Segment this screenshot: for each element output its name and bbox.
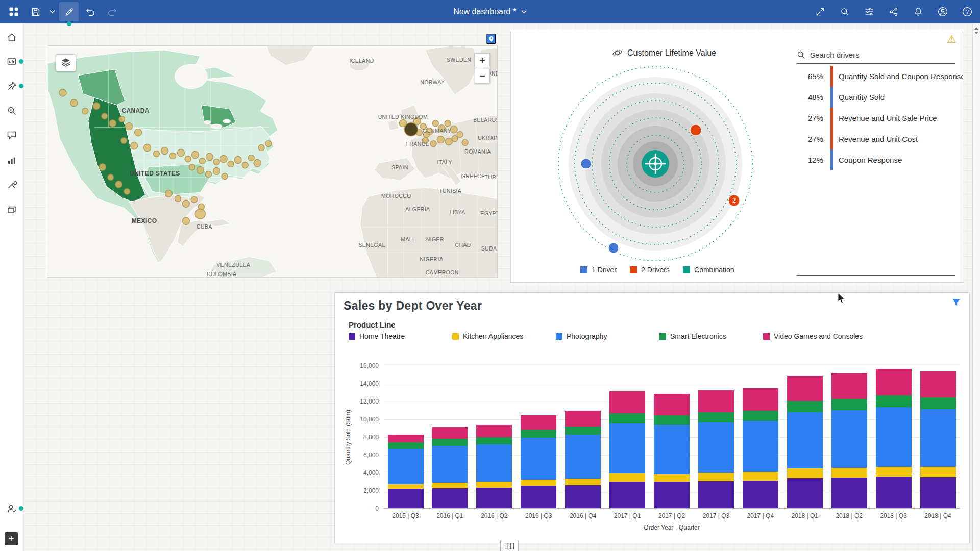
bar-segment[interactable] [609, 391, 645, 414]
stacked-bar[interactable] [920, 371, 956, 508]
driver-row[interactable]: 65%Quantity Sold and Coupon Response [797, 66, 955, 87]
stacked-bar[interactable] [831, 373, 867, 508]
bar-segment[interactable] [831, 399, 867, 411]
bar-segment[interactable] [565, 485, 601, 509]
bar-segment[interactable] [521, 480, 556, 486]
add-widget-button[interactable]: + [5, 532, 18, 545]
bar-segment[interactable] [876, 395, 912, 408]
driver-spiral-chart[interactable]: 2 [548, 57, 763, 271]
bar-segment[interactable] [876, 467, 912, 477]
stacked-bar[interactable] [698, 390, 734, 508]
bar-segment[interactable] [609, 473, 645, 482]
bar-segment[interactable] [876, 369, 912, 395]
bar-segment[interactable] [476, 437, 512, 444]
bar-segment[interactable] [609, 482, 645, 509]
bar-segment[interactable] [609, 423, 645, 473]
bar-segment[interactable] [787, 412, 823, 468]
dashboard-title-group[interactable]: New dashboard * [453, 0, 527, 23]
bar-segment[interactable] [565, 411, 601, 427]
scroll-up-arrow[interactable] [974, 27, 978, 30]
bar-segment[interactable] [743, 472, 778, 481]
bar-segment[interactable] [743, 388, 778, 411]
stacked-bar[interactable] [476, 425, 512, 508]
bar-segment[interactable] [521, 415, 556, 430]
chart-legend-item[interactable]: Smart Electronics [659, 332, 763, 340]
bar-segment[interactable] [388, 442, 424, 449]
bar-segment[interactable] [920, 371, 956, 397]
chart-legend-item[interactable]: Home Theatre [349, 332, 452, 340]
stacked-bar[interactable] [876, 369, 912, 508]
bar-segment[interactable] [388, 489, 424, 509]
sidebar-item-visualizations[interactable] [1, 152, 22, 170]
bar-segment[interactable] [476, 425, 512, 437]
bar-segment[interactable] [476, 482, 512, 487]
app-logo[interactable] [4, 2, 23, 21]
bar-segment[interactable] [920, 477, 956, 508]
bar-segment[interactable] [698, 412, 734, 422]
bar-segment[interactable] [609, 413, 645, 423]
bar-segment[interactable] [565, 435, 601, 479]
explore-button[interactable] [838, 2, 851, 21]
zoom-in-button[interactable]: + [475, 53, 490, 67]
fullscreen-button[interactable] [814, 2, 827, 21]
scroll-down-arrow[interactable] [974, 32, 978, 34]
bar-segment[interactable] [920, 409, 956, 467]
bar-segment[interactable] [876, 477, 912, 508]
driver-search-input[interactable] [810, 51, 922, 59]
bar-segment[interactable] [787, 478, 823, 509]
stacked-bar[interactable] [432, 427, 468, 508]
bar-segment[interactable] [388, 484, 424, 489]
bar-segment[interactable] [565, 427, 601, 435]
bar-segment[interactable] [432, 488, 468, 508]
driver-row[interactable]: 27%Revenue and Unit Cost [797, 129, 955, 149]
table-view-button[interactable] [500, 540, 519, 551]
bar-segment[interactable] [876, 407, 912, 466]
sidebar-item-zoom[interactable] [1, 102, 22, 120]
bar-segment[interactable] [654, 482, 690, 508]
sidebar-item-assistant[interactable] [1, 126, 22, 144]
bar-segment[interactable] [654, 425, 690, 474]
stacked-bar[interactable] [565, 411, 601, 508]
bar-segment[interactable] [654, 474, 690, 482]
chart-legend-item[interactable]: Photography [556, 332, 659, 340]
map-pin-badge[interactable] [486, 34, 496, 44]
bar-segment[interactable] [388, 435, 424, 442]
bar-segment[interactable] [698, 422, 734, 473]
stacked-bar[interactable] [609, 391, 645, 508]
bar-segment[interactable] [831, 373, 867, 399]
stacked-bar[interactable] [654, 394, 690, 508]
notifications-button[interactable] [912, 2, 925, 21]
bar-segment[interactable] [831, 468, 867, 477]
zoom-out-button[interactable]: − [475, 69, 490, 83]
bar-segment[interactable] [743, 481, 778, 508]
bar-segment[interactable] [432, 427, 468, 439]
sidebar-item-tools[interactable] [1, 176, 22, 194]
map-layers-button[interactable] [56, 54, 76, 71]
driver-row[interactable]: 12%Coupon Response [797, 149, 955, 170]
bar-segment[interactable] [787, 468, 823, 478]
bar-segment[interactable] [920, 397, 956, 409]
redo-button[interactable] [102, 2, 121, 21]
undo-button[interactable] [81, 2, 100, 21]
bar-segment[interactable] [654, 415, 690, 425]
bar-segment[interactable] [698, 473, 734, 481]
driver-row[interactable]: 27%Revenue and Unit Sale Price [797, 108, 955, 129]
bar-chart-widget[interactable]: Sales by Dept Over Year Product Line Hom… [334, 292, 970, 543]
driver-analysis-widget[interactable]: Customer Lifetime Value 2 1 D [510, 31, 963, 283]
save-button[interactable] [26, 2, 45, 21]
bar-segment[interactable] [831, 478, 867, 508]
bar-segment[interactable] [432, 439, 468, 446]
bar-segment[interactable] [787, 401, 823, 412]
map-canvas[interactable]: CANADAUNITED STATESMEXICOCUBAVENEZUELACO… [47, 46, 497, 278]
bar-segment[interactable] [743, 421, 778, 472]
bar-segment[interactable] [476, 444, 512, 482]
bar-segment[interactable] [432, 483, 468, 488]
sidebar-item-home[interactable] [1, 28, 22, 46]
bar-segment[interactable] [521, 486, 556, 508]
share-button[interactable] [887, 2, 900, 21]
save-dropdown-button[interactable] [47, 2, 57, 21]
stacked-bar[interactable] [388, 435, 424, 508]
bar-segment[interactable] [787, 376, 823, 401]
bar-segment[interactable] [565, 479, 601, 485]
help-button[interactable]: ? [961, 2, 974, 21]
